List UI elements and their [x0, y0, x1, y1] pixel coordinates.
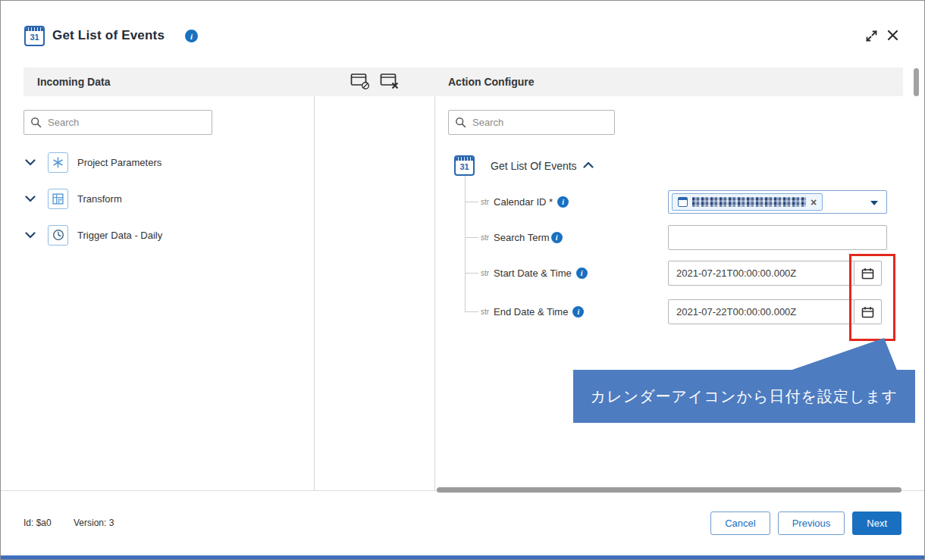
date-picker-calendar-icon	[861, 306, 874, 318]
callout-text: カレンダーアイコンから日付を設定します	[591, 386, 898, 407]
dialog-id-label: Id: $a0	[24, 518, 52, 528]
transform-node-box	[48, 189, 68, 209]
action-configure-header: Action Configure	[448, 67, 535, 96]
title-info-icon[interactable]: i	[185, 30, 198, 42]
search-icon	[455, 117, 466, 128]
incoming-search-input[interactable]	[48, 117, 205, 128]
tree-item-project-parameters[interactable]: Project Parameters	[25, 152, 161, 173]
tree-item-label: Transform	[77, 193, 122, 205]
remove-token-icon[interactable]: ×	[811, 197, 817, 208]
callout-bubble: カレンダーアイコンから日付を設定します	[573, 370, 915, 423]
tree-item-label: Project Parameters	[77, 157, 161, 168]
clock-icon	[52, 229, 64, 241]
calendar-id-token-chip[interactable]: ×	[672, 193, 823, 211]
callout-arrow-tail	[763, 336, 911, 372]
tree-connector-stub	[465, 237, 478, 238]
start-date-picker-button[interactable]	[854, 261, 882, 286]
action-search-box	[448, 110, 615, 135]
tree-connector-stub	[465, 311, 478, 312]
transform-grid-icon	[52, 193, 64, 205]
close-dialog-button[interactable]	[887, 30, 898, 43]
parameters-asterisk-icon	[52, 157, 64, 168]
date-picker-calendar-icon	[861, 267, 874, 280]
hide-mapped-fields-button[interactable]	[350, 73, 371, 92]
close-icon	[887, 30, 898, 41]
expand-dialog-button[interactable]	[865, 30, 878, 45]
end-date-input[interactable]	[668, 299, 854, 324]
start-date-field-label-row: str Start Date & Time i	[481, 266, 588, 280]
trigger-node-box	[48, 225, 68, 246]
previous-button[interactable]: Previous	[778, 512, 845, 535]
next-button[interactable]: Next	[852, 512, 901, 535]
end-date-field-label-row: str End Date & Time i	[481, 305, 584, 318]
fullscreen-icon	[865, 30, 878, 42]
search-term-input[interactable]	[668, 225, 887, 250]
tree-item-transform[interactable]: Transform	[25, 188, 122, 209]
end-date-picker-button[interactable]	[854, 299, 882, 324]
tree-item-label: Trigger Data - Daily	[77, 230, 162, 241]
field-label: End Date & Time	[494, 306, 568, 318]
google-calendar-icon: 31	[24, 26, 45, 46]
incoming-search-box	[24, 110, 212, 135]
clear-mappings-button[interactable]	[380, 73, 400, 92]
action-search-input[interactable]	[472, 117, 608, 128]
tree-connector-stub	[465, 273, 478, 274]
search-term-field-label-row: str Search Term i	[481, 230, 563, 244]
redacted-calendar-value	[692, 197, 806, 207]
dropdown-caret-icon[interactable]	[870, 201, 878, 205]
cancel-button[interactable]: Cancel	[710, 512, 770, 535]
collapse-chevron-up-icon[interactable]	[583, 161, 594, 168]
info-icon[interactable]: i	[557, 196, 569, 208]
get-list-of-events-dialog: 31 Get List of Events i Incoming Data	[0, 0, 925, 560]
dialog-title: Get List of Events	[52, 28, 165, 43]
field-label: Calendar ID *	[494, 196, 553, 208]
calendar-id-combobox[interactable]: ×	[668, 190, 887, 214]
field-type-tag: str	[481, 269, 489, 277]
action-calendar-icon: 31	[454, 155, 475, 176]
screen-x-icon	[380, 73, 400, 90]
tree-connector-line	[465, 176, 466, 311]
info-icon[interactable]: i	[551, 232, 563, 243]
panel-header-bar: Incoming Data Action Configure	[24, 67, 903, 96]
panel-divider-right	[434, 96, 435, 490]
vertical-scrollbar-thumb[interactable]	[914, 68, 919, 96]
panel-divider-left	[314, 96, 315, 490]
start-date-input[interactable]	[668, 261, 854, 286]
incoming-data-header: Incoming Data	[37, 67, 110, 96]
calendar-id-field-label-row: str Calendar ID * i	[481, 195, 569, 208]
calendar-icon-number: 31	[456, 161, 473, 173]
calendar-icon-number: 31	[26, 31, 43, 43]
mini-calendar-icon	[678, 197, 688, 207]
info-icon[interactable]: i	[576, 267, 588, 279]
chevron-down-icon[interactable]	[25, 159, 36, 166]
search-icon	[30, 117, 42, 128]
tree-connector-stub	[465, 202, 478, 202]
field-label: Start Date & Time	[494, 267, 572, 279]
field-type-tag: str	[481, 198, 489, 206]
horizontal-scrollbar-thumb[interactable]	[437, 487, 901, 493]
dialog-version-label: Version: 3	[74, 518, 114, 528]
info-icon[interactable]: i	[572, 306, 584, 318]
bottom-accent-bar	[1, 555, 924, 559]
action-root-label: Get List Of Events	[491, 160, 577, 172]
chevron-down-icon[interactable]	[25, 232, 36, 239]
footer-buttons: Cancel Previous Next	[710, 512, 901, 535]
tree-item-trigger-data-daily[interactable]: Trigger Data - Daily	[25, 224, 162, 246]
screen-slash-icon	[350, 73, 371, 90]
chevron-down-icon[interactable]	[25, 196, 36, 202]
project-parameters-node-box	[48, 152, 68, 173]
field-type-tag: str	[481, 233, 489, 242]
field-label: Search Term	[494, 232, 549, 243]
field-type-tag: str	[481, 308, 489, 316]
